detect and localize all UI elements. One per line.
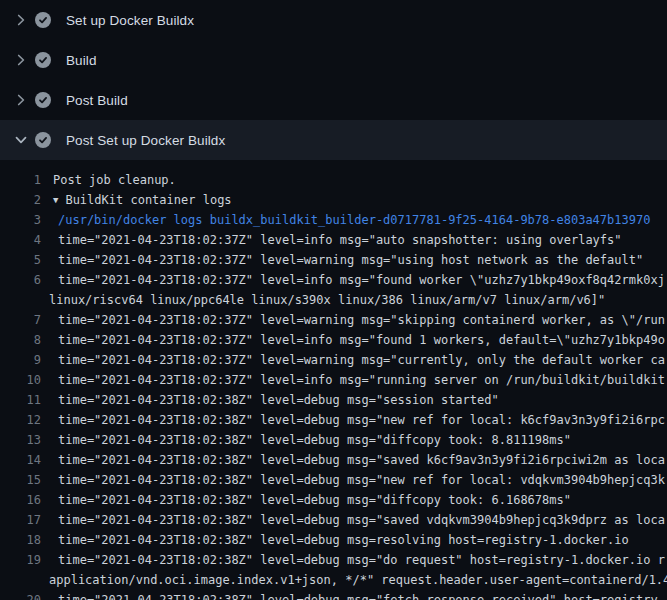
log-text: Post job cleanup.	[53, 170, 176, 190]
log-row: 13 time="2021-04-23T18:02:38Z" level=deb…	[0, 430, 667, 450]
log-text: time="2021-04-23T18:02:38Z" level=debug …	[58, 450, 665, 470]
group-title: BuildKit container logs	[65, 193, 231, 207]
group-toggle-icon[interactable]: ▼	[53, 190, 58, 210]
line-number[interactable]: 4	[0, 230, 41, 250]
line-number[interactable]: 18	[0, 530, 41, 550]
log-text: time="2021-04-23T18:02:38Z" level=debug …	[58, 490, 571, 510]
check-circle-icon	[35, 92, 51, 108]
log-row: 7 time="2021-04-23T18:02:37Z" level=warn…	[0, 310, 667, 330]
log-text: application/vnd.oci.image.index.v1+json,…	[49, 570, 667, 590]
line-number[interactable]: 7	[0, 310, 41, 330]
line-number[interactable]: 5	[0, 250, 41, 270]
log-text: ▼BuildKit container logs	[53, 190, 232, 210]
log-row: 2 ▼BuildKit container logs	[0, 190, 667, 210]
log-row: 8 time="2021-04-23T18:02:37Z" level=info…	[0, 330, 667, 350]
step-name: Set up Docker Buildx	[66, 13, 194, 28]
log-row: 1 Post job cleanup.	[0, 170, 667, 190]
line-number[interactable]: 10	[0, 370, 41, 390]
line-number[interactable]: 6	[0, 270, 41, 290]
log-text: time="2021-04-23T18:02:37Z" level=info m…	[58, 330, 665, 350]
log-text: time="2021-04-23T18:02:38Z" level=debug …	[58, 390, 499, 410]
log-text: time="2021-04-23T18:02:38Z" level=debug …	[58, 430, 571, 450]
line-number[interactable]: 16	[0, 490, 41, 510]
chevron-right-icon[interactable]	[13, 12, 29, 28]
log-row: 19 time="2021-04-23T18:02:38Z" level=deb…	[0, 550, 667, 570]
line-number[interactable]: 12	[0, 410, 41, 430]
log-text: time="2021-04-23T18:02:37Z" level=info m…	[58, 270, 665, 290]
step-name: Post Set up Docker Buildx	[66, 133, 225, 148]
log-text: time="2021-04-23T18:02:37Z" level=info m…	[58, 230, 622, 250]
step-row[interactable]: Post Build	[0, 80, 667, 120]
step-row[interactable]: Set up Docker Buildx	[0, 0, 667, 40]
log-row: linux/riscv64 linux/ppc64le linux/s390x …	[0, 290, 667, 310]
line-number[interactable]: 13	[0, 430, 41, 450]
log-text: time="2021-04-23T18:02:37Z" level=warnin…	[58, 350, 665, 370]
log-row: 4 time="2021-04-23T18:02:37Z" level=info…	[0, 230, 667, 250]
chevron-right-icon[interactable]	[13, 52, 29, 68]
log-row: 15 time="2021-04-23T18:02:38Z" level=deb…	[0, 470, 667, 490]
log-row: 16 time="2021-04-23T18:02:38Z" level=deb…	[0, 490, 667, 510]
check-circle-icon	[35, 12, 51, 28]
line-number[interactable]: 15	[0, 470, 41, 490]
steps-list: Set up Docker Buildx Build Post Build	[0, 0, 667, 160]
log-text: linux/riscv64 linux/ppc64le linux/s390x …	[49, 290, 605, 310]
log-area: 1 Post job cleanup. 2 ▼BuildKit containe…	[0, 160, 667, 600]
chevron-right-icon[interactable]	[13, 92, 29, 108]
log-text: time="2021-04-23T18:02:37Z" level=warnin…	[58, 250, 643, 270]
line-number[interactable]: 3	[0, 210, 41, 230]
chevron-down-icon[interactable]	[13, 132, 29, 148]
check-circle-icon	[35, 52, 51, 68]
log-text: time="2021-04-23T18:02:38Z" level=debug …	[58, 530, 629, 550]
line-number[interactable]: 19	[0, 550, 41, 570]
line-number[interactable]: 9	[0, 350, 41, 370]
line-number[interactable]: 17	[0, 510, 41, 530]
step-name: Build	[66, 53, 97, 68]
log-row: 18 time="2021-04-23T18:02:38Z" level=deb…	[0, 530, 667, 550]
log-row: 14 time="2021-04-23T18:02:38Z" level=deb…	[0, 450, 667, 470]
check-circle-icon	[35, 132, 51, 148]
log-row: 6 time="2021-04-23T18:02:37Z" level=info…	[0, 270, 667, 290]
command-text: /usr/bin/docker logs buildx_buildkit_bui…	[58, 210, 650, 230]
log-row: 17 time="2021-04-23T18:02:38Z" level=deb…	[0, 510, 667, 530]
log-text: time="2021-04-23T18:02:38Z" level=debug …	[58, 510, 665, 530]
line-number[interactable]: 14	[0, 450, 41, 470]
log-text: time="2021-04-23T18:02:38Z" level=debug …	[58, 550, 665, 570]
log-row: application/vnd.oci.image.index.v1+json,…	[0, 570, 667, 590]
actions-log-viewer: Set up Docker Buildx Build Post Build	[0, 0, 667, 600]
log-row: 5 time="2021-04-23T18:02:37Z" level=warn…	[0, 250, 667, 270]
line-number[interactable]: 8	[0, 330, 41, 350]
step-row[interactable]: Build	[0, 40, 667, 80]
log-row: 20 time="2021-04-23T18:02:38Z" level=deb…	[0, 590, 667, 600]
line-number[interactable]: 20	[0, 590, 41, 600]
step-row[interactable]: Post Set up Docker Buildx	[0, 120, 667, 160]
log-text: time="2021-04-23T18:02:38Z" level=debug …	[58, 590, 665, 600]
step-name: Post Build	[66, 93, 128, 108]
log-text: time="2021-04-23T18:02:37Z" level=info m…	[58, 370, 665, 390]
log-row: 11 time="2021-04-23T18:02:38Z" level=deb…	[0, 390, 667, 410]
log-row: 9 time="2021-04-23T18:02:37Z" level=warn…	[0, 350, 667, 370]
log-row: 3 /usr/bin/docker logs buildx_buildkit_b…	[0, 210, 667, 230]
line-number[interactable]: 11	[0, 390, 41, 410]
log-text: time="2021-04-23T18:02:38Z" level=debug …	[58, 470, 665, 490]
log-row: 12 time="2021-04-23T18:02:38Z" level=deb…	[0, 410, 667, 430]
line-number[interactable]: 2	[0, 190, 41, 210]
log-text: time="2021-04-23T18:02:38Z" level=debug …	[58, 410, 665, 430]
log-text: time="2021-04-23T18:02:37Z" level=warnin…	[58, 310, 665, 330]
log-row: 10 time="2021-04-23T18:02:37Z" level=inf…	[0, 370, 667, 390]
line-number[interactable]: 1	[0, 170, 41, 190]
